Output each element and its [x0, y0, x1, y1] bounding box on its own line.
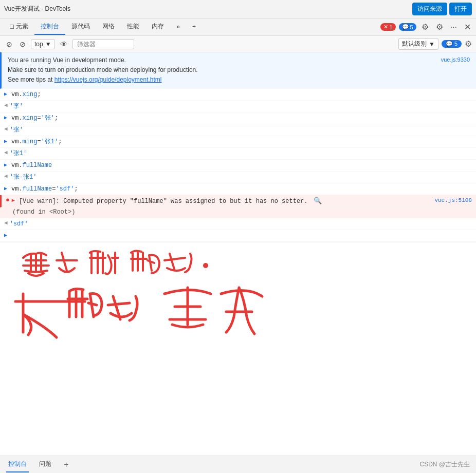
input-content-4: vm.fullName	[11, 161, 472, 170]
tab-memory[interactable]: 内存	[145, 19, 170, 35]
close-button[interactable]: ✕	[462, 21, 473, 33]
output-content-3: '张1'	[10, 149, 472, 158]
browser-btn2[interactable]: 打开	[449, 3, 472, 15]
cursor-content[interactable]	[11, 231, 472, 240]
deployment-link[interactable]: https://vuejs.org/guide/deployment.html	[54, 76, 162, 83]
log-level-selector[interactable]: 默认级别 ▼	[398, 38, 438, 50]
error-expand-arrow[interactable]: ▶	[12, 197, 17, 203]
filter-toggle-button[interactable]: ⊘	[17, 39, 28, 49]
error-circle-icon: ●	[6, 196, 10, 204]
error-source-link[interactable]: vue.js:5108	[434, 196, 472, 205]
console-output-row-3: ◀ '张1'	[0, 148, 476, 160]
bottom-tab-problems[interactable]: 问题	[37, 457, 53, 472]
input-content-2: vm.xing='张';	[11, 113, 472, 123]
bottom-tab-console[interactable]: 控制台	[6, 457, 29, 472]
filter-input[interactable]	[72, 39, 134, 49]
info-line3: See more tips at https://vuejs.org/guide…	[8, 75, 470, 85]
brand-label: CSDN @吉士先生	[419, 460, 470, 469]
code-sdf-out: 'sdf'	[10, 220, 28, 228]
more-options-button[interactable]: ···	[448, 22, 459, 33]
code-zhang1-in: '张1'	[41, 138, 59, 145]
tab-elements[interactable]: ◻ 元素	[3, 19, 34, 35]
warning-bubble-icon: 💬	[402, 24, 409, 30]
input-arrow-3: ▶	[4, 138, 9, 144]
console-cursor-row[interactable]: ▶	[0, 230, 476, 242]
code-vm5: vm.	[11, 185, 23, 193]
console-input-row-1: ▶ vm.xing;	[0, 89, 476, 101]
code-vm2: vm.	[11, 115, 23, 122]
console-input-row-5: ▶ vm.fullName='sdf';	[0, 183, 476, 195]
browser-btn1[interactable]: 访问来源	[412, 3, 447, 15]
code-xing: xing	[23, 91, 38, 98]
error-search-icon[interactable]: 🔍	[314, 197, 322, 205]
info-source-link[interactable]: vue.js:9330	[441, 55, 470, 65]
code-fullname2: fullName	[23, 185, 52, 193]
input-arrow-2: ▶	[4, 115, 9, 121]
browser-bar: Vue开发调试 - DevTools 访问来源 打开	[0, 0, 476, 18]
code-xing2: xing	[23, 115, 38, 122]
settings-button[interactable]: ⚙	[419, 21, 431, 33]
console-settings-icon[interactable]: ⚙	[465, 39, 472, 49]
cursor-arrow: ▶	[4, 232, 9, 238]
warning-count: 5	[410, 24, 413, 30]
output-arrow-1: ◀	[4, 102, 8, 108]
code-eq1: =	[37, 115, 41, 122]
code-vm4: vm.	[11, 162, 23, 169]
console-input-row-2: ▶ vm.xing='张';	[0, 112, 476, 124]
error-detail-text: (found in <Root>)	[12, 209, 75, 216]
output-arrow-2: ◀	[4, 125, 8, 132]
bottom-bar: 控制台 问题 + CSDN @吉士先生	[0, 456, 476, 473]
eye-button[interactable]: 👁	[58, 39, 69, 49]
code-semi2: ;	[54, 115, 58, 122]
message-count-badge[interactable]: 💬 5	[442, 40, 462, 48]
tab-performance[interactable]: 性能	[121, 19, 145, 35]
devtools-tabs-bar: ◻ 元素 控制台 源代码 网络 性能 内存 » + ✕ 1 💬 5 ⚙ ⚙ ··…	[0, 18, 476, 36]
code-zhang1-out: '张1'	[10, 150, 27, 157]
code-sdf-in: 'sdf'	[56, 185, 74, 193]
console-output-row-1: ◀ '李'	[0, 101, 476, 112]
clear-console-button[interactable]: ⊘	[4, 39, 14, 49]
context-selector[interactable]: top ▼	[31, 39, 55, 49]
annotation-svg	[0, 242, 476, 453]
console-content: vue.js:9330 You are running Vue in devel…	[0, 52, 476, 456]
output-content-1: '李'	[10, 102, 472, 111]
code-ming: ming	[23, 138, 38, 145]
add-tab-button[interactable]: +	[64, 460, 68, 469]
console-error-row: ● ▶ vue.js:5108 [Vue warn]: Computed pro…	[0, 195, 476, 208]
tab-more[interactable]: »	[170, 20, 186, 34]
code-semi3: ;	[58, 138, 62, 145]
error-detail-row: (found in <Root>)	[0, 207, 476, 218]
profile-button[interactable]: ⚙	[434, 21, 445, 33]
tab-sources[interactable]: 源代码	[65, 19, 96, 35]
tab-console[interactable]: 控制台	[34, 19, 65, 35]
console-output-row-2: ◀ '张'	[0, 124, 476, 136]
error-content: vue.js:5108 [Vue warn]: Computed propert…	[19, 196, 472, 206]
error-count: 1	[389, 24, 392, 30]
input-content-1: vm.xing;	[11, 90, 472, 99]
input-content-5: vm.fullName='sdf';	[11, 184, 472, 194]
warning-badge[interactable]: 💬 5	[399, 23, 416, 31]
code-semi1: ;	[37, 91, 41, 98]
error-x-icon: ✕	[383, 24, 388, 30]
bubble-icon: 💬	[446, 41, 453, 47]
context-dropdown-icon: ▼	[45, 41, 51, 48]
elements-tab-icon: ◻	[9, 23, 14, 30]
tab-add[interactable]: +	[186, 20, 202, 34]
output-content-4: '张-张1'	[10, 173, 472, 182]
code-zhang-out: '张'	[10, 126, 23, 134]
tab-network[interactable]: 网络	[96, 19, 121, 35]
output-arrow-4: ◀	[4, 173, 8, 179]
devtools-icons: ✕ 1 💬 5 ⚙ ⚙ ··· ✕	[380, 21, 473, 33]
context-value: top	[34, 41, 43, 48]
error-badge[interactable]: ✕ 1	[380, 23, 395, 31]
browser-title: Vue开发调试 - DevTools	[4, 5, 410, 13]
input-arrow-1: ▶	[4, 91, 9, 97]
log-level-label: 默认级别	[402, 40, 427, 48]
svg-point-0	[203, 263, 208, 268]
output-content-2: '张'	[10, 125, 472, 135]
input-arrow-5: ▶	[4, 185, 9, 192]
code-vmxing: vm.	[11, 91, 23, 98]
input-arrow-4: ▶	[4, 162, 9, 168]
code-li: '李'	[10, 103, 23, 110]
code-zhang: '张'	[41, 115, 54, 122]
